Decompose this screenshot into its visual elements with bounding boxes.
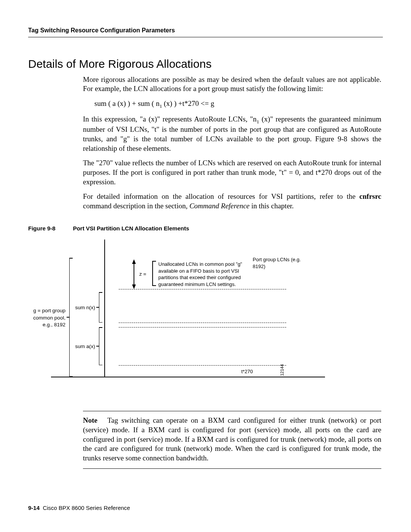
label-g: g = port group common pool, e.g., 8192: [23, 307, 65, 328]
reference-paragraph: For detailed information on the allocati…: [83, 192, 381, 211]
label-unallocated: Unallocated LCNs in common pool "g" avai…: [158, 261, 250, 288]
value-paragraph: The "270" value reflects the number of L…: [83, 158, 381, 187]
label-port-group: Port group LCNs (e.g. 8192): [253, 256, 306, 270]
figure-diagram: g = port group common pool, e.g., 8192 s…: [28, 240, 383, 384]
label-sum-a: sum a(x): [70, 343, 95, 350]
explanation-paragraph: In this expression, "a (x)" represents A…: [83, 115, 381, 153]
figure-id: 12144: [279, 364, 285, 376]
page-footer: 9-14 Cisco BPX 8600 Series Reference: [28, 504, 130, 512]
section-title: Details of More Rigorous Allocations: [28, 56, 383, 71]
label-z: z =: [139, 271, 151, 278]
running-header: Tag Switching Resource Configuration Par…: [28, 27, 383, 37]
label-t270: t*270: [241, 368, 264, 375]
intro-paragraph: More rigorous allocations are possible a…: [83, 75, 381, 94]
label-sum-n: sum n(x): [70, 304, 95, 311]
formula-line: sum ( a (x) ) + sum ( n1 (x) ) +t*270 <=…: [94, 99, 381, 109]
figure-caption: Figure 9-8Port VSI Partition LCN Allocat…: [28, 225, 383, 232]
note-block: Note Tag switching can operate on a BXM …: [83, 411, 381, 468]
